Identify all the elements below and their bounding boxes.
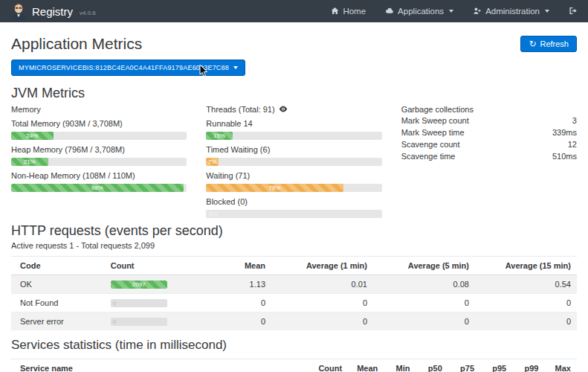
table-header-row: Service name Count Mean Min p50 p75 p95 … bbox=[11, 359, 577, 372]
refresh-button[interactable]: ↻ Refresh bbox=[520, 36, 577, 52]
sign-out-button[interactable] bbox=[569, 7, 578, 16]
chevron-down-icon bbox=[233, 66, 238, 69]
table-row: Not Found 0 0 0 0 0 bbox=[11, 294, 577, 312]
gc-row-scavenge-count: Scavenge count 12 bbox=[401, 138, 577, 150]
memory-heading: Memory bbox=[11, 105, 187, 114]
threads-heading: Threads (Total: 91) bbox=[206, 105, 274, 114]
count-progress-fill: 2097 bbox=[111, 280, 167, 289]
nav-item-administration[interactable]: Administration bbox=[473, 7, 549, 16]
nav-item-home[interactable]: Home bbox=[331, 7, 366, 16]
gc-row-marksweep-time: Mark Sweep time 339ms bbox=[401, 126, 577, 138]
count-progress-track: 2097 bbox=[111, 280, 167, 289]
table-row: Server error 0 0 0 0 0 bbox=[11, 312, 577, 331]
progress-fill: 7% bbox=[206, 158, 219, 166]
http-requests-heading: HTTP requests (events per second) bbox=[11, 223, 577, 239]
home-icon bbox=[331, 7, 339, 16]
jhipster-avatar-icon bbox=[10, 1, 27, 21]
metric-total-memory: Total Memory (903M / 3,708M) 24% bbox=[11, 119, 187, 140]
threads-column: Threads (Total: 91) Runnable 14 15% Time… bbox=[206, 105, 381, 218]
http-requests-subtitle: Active requests 1 - Total requests 2,099 bbox=[11, 241, 577, 250]
progress-track: 0% bbox=[206, 210, 381, 218]
navbar-menu: Home Applications Administration bbox=[331, 7, 578, 16]
progress-fill: 78% bbox=[206, 184, 343, 192]
sign-out-icon bbox=[569, 7, 578, 16]
gc-row-scavenge-time: Scavenge time 510ms bbox=[401, 150, 577, 162]
metric-waiting: Waiting (71) 78% bbox=[206, 171, 381, 192]
count-progress-track: 0 bbox=[111, 299, 167, 307]
table-row: OK 2097 1.13 0.01 0.08 0.54 bbox=[11, 275, 577, 294]
progress-track: 24% bbox=[11, 132, 187, 140]
page-title: Application Metrics bbox=[11, 35, 142, 53]
progress-fill: 24% bbox=[11, 132, 54, 140]
brand-link[interactable]: Registry v4.0.6 bbox=[10, 1, 96, 21]
services-statistics-table: Service name Count Mean Min p50 p75 p95 … bbox=[11, 359, 577, 372]
metric-blocked: Blocked (0) 0% bbox=[206, 197, 381, 218]
table-header-row: Code Count Mean Average (1 min) Average … bbox=[11, 257, 577, 275]
metric-nonheap-memory: Non-Heap Memory (108M / 110M) 98% bbox=[11, 171, 187, 192]
user-plus-icon bbox=[473, 7, 482, 16]
eye-icon[interactable] bbox=[279, 105, 288, 114]
progress-track: 7% bbox=[206, 158, 381, 166]
refresh-icon: ↻ bbox=[529, 40, 536, 48]
memory-column: Memory Total Memory (903M / 3,708M) 24% … bbox=[11, 105, 187, 218]
progress-fill: 15% bbox=[206, 132, 232, 140]
cloud-icon bbox=[385, 7, 394, 16]
progress-track: 98% bbox=[11, 184, 187, 192]
brand-version: v4.0.6 bbox=[80, 10, 96, 16]
jvm-metrics-heading: JVM Metrics bbox=[11, 86, 577, 101]
metric-timed-waiting: Timed Waiting (6) 7% bbox=[206, 145, 381, 166]
services-statistics-heading: Services statistics (time in millisecond… bbox=[11, 338, 577, 353]
progress-track: 78% bbox=[206, 184, 381, 192]
instance-selector-dropdown[interactable]: MYMICROSERVICEBIS:812BC4EA0C4A41FFA9179A… bbox=[11, 60, 245, 76]
progress-track: 15% bbox=[206, 132, 381, 140]
metric-runnable: Runnable 14 15% bbox=[206, 119, 381, 140]
gc-heading: Garbage collections bbox=[401, 105, 577, 114]
gc-column: Garbage collections Mark Sweep count 3 M… bbox=[401, 105, 577, 218]
chevron-down-icon bbox=[545, 10, 549, 13]
http-requests-table: Code Count Mean Average (1 min) Average … bbox=[11, 256, 577, 330]
count-progress-track: 0 bbox=[111, 318, 167, 326]
navbar: Registry v4.0.6 Home Applications bbox=[0, 0, 588, 22]
nav-item-applications[interactable]: Applications bbox=[385, 7, 453, 16]
metric-heap-memory: Heap Memory (796M / 3,708M) 21% bbox=[11, 145, 187, 166]
progress-fill: 98% bbox=[11, 184, 184, 192]
chevron-down-icon bbox=[449, 10, 453, 13]
brand-name: Registry bbox=[32, 5, 73, 18]
gc-row-marksweep-count: Mark Sweep count 3 bbox=[401, 115, 577, 126]
progress-track: 21% bbox=[11, 158, 187, 166]
progress-fill: 21% bbox=[11, 158, 48, 166]
